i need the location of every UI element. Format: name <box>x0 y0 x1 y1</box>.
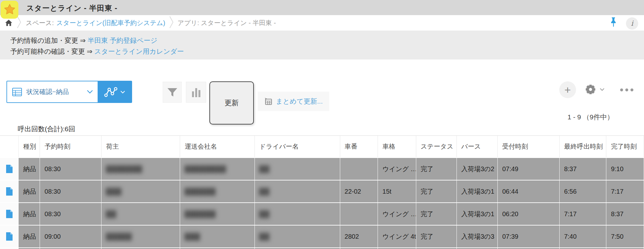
refresh-button[interactable]: 更新 <box>209 81 254 124</box>
cell-value: 09:00 <box>44 233 61 240</box>
table-row[interactable]: 納品 08:30 ███████ ████████ ██ ウイング … 完了 入… <box>0 158 644 180</box>
open-record-cell[interactable] <box>0 180 19 202</box>
cell-value: 9:10 <box>611 165 623 173</box>
column-header[interactable]: 車番 <box>340 136 378 157</box>
column-header[interactable]: 種別 <box>19 136 40 157</box>
open-record-cell[interactable] <box>0 226 19 247</box>
table-row[interactable]: 納品 08:30 ███ ██████ ██ 22-02 15t 完了 入荷場3… <box>0 180 644 202</box>
cell-value: ███████ <box>106 165 142 173</box>
filter-button[interactable] <box>163 82 182 103</box>
app-star-icon <box>1 1 18 19</box>
cell-truck-no: 2802 <box>340 226 378 247</box>
cell-complete: 9:10 <box>606 158 644 180</box>
aggregate-button[interactable] <box>186 82 206 103</box>
home-icon[interactable] <box>5 19 13 27</box>
cell-time: 08:30 <box>40 203 101 225</box>
cell-last-call: 6:56 <box>560 180 607 202</box>
column-header[interactable]: 完了時刻 <box>606 136 644 157</box>
chevron-separator-icon <box>17 16 21 30</box>
column-header[interactable]: ステータス <box>416 136 457 157</box>
pushpin-icon[interactable] <box>610 17 617 30</box>
cell-truck-no: 22-02 <box>340 180 378 202</box>
cell-value: █████ <box>106 233 132 240</box>
cell-value: 07:39 <box>502 233 518 240</box>
notice-line-1: 予約情報の追加・変更 ⇒ 半田東 予約登録ページ <box>10 35 644 46</box>
cell-truck-no <box>340 203 378 225</box>
cell-value: ███ <box>106 188 122 195</box>
cell-value: ██ <box>259 188 270 195</box>
table-row[interactable]: 納品 09:00 █████ ███ ██ 2802 ウイング 4t 完了 入荷… <box>0 226 644 247</box>
cell-truck-class: ウイング … <box>378 203 416 225</box>
cell-driver: ██ <box>255 226 340 247</box>
cell-value: 納品 <box>23 210 36 218</box>
cell-last-call: 7:17 <box>560 203 607 225</box>
table-row[interactable]: 納品 08:30 ██ ██████ ██ ウイング … 完了 入荷場3の1 0… <box>0 203 644 225</box>
add-record-button[interactable]: + <box>559 81 576 98</box>
cell-value: ウイング 4t <box>382 232 416 241</box>
cell-value: 15t <box>382 188 391 195</box>
cell-value: ██████ <box>185 210 216 218</box>
cell-value: 7:50 <box>611 233 623 240</box>
column-header[interactable]: 荷主 <box>101 136 180 157</box>
column-header[interactable]: 受付時刻 <box>498 136 560 157</box>
cell-value: 完了 <box>421 187 434 196</box>
calendar-link[interactable]: スターとライン用カレンダー <box>94 48 184 55</box>
cell-kind: 納品 <box>19 203 40 225</box>
cell-value: 完了 <box>421 165 434 173</box>
bulk-update-link[interactable]: まとめて更新... <box>258 92 329 111</box>
notice-line2-label: 予約可能枠の確認・変更 ⇒ <box>10 48 92 55</box>
cell-berth: 入荷場3の3 <box>457 226 498 247</box>
settings-button[interactable] <box>585 84 605 95</box>
cell-value: 08:30 <box>44 210 61 218</box>
registration-page-link[interactable]: 半田東 予約登録ページ <box>88 37 158 44</box>
cell-value: 7:17 <box>611 188 623 195</box>
record-file-icon <box>6 187 13 196</box>
cell-value: 8:37 <box>564 165 577 173</box>
notice-panel: 予約情報の追加・変更 ⇒ 半田東 予約登録ページ 予約可能枠の確認・変更 ⇒ ス… <box>0 31 644 60</box>
cell-value: ウイング … <box>382 210 416 218</box>
cell-value: 08:30 <box>44 188 61 195</box>
space-link[interactable]: スターとライン(旧配車予約システム) <box>56 19 165 27</box>
cell-value: ████████ <box>185 165 226 173</box>
column-header[interactable]: バース <box>457 136 498 157</box>
open-record-cell[interactable] <box>0 158 19 180</box>
chevron-down-icon <box>120 90 125 94</box>
cell-value: 06:44 <box>502 188 518 195</box>
info-icon[interactable]: i <box>626 17 638 30</box>
bulk-update-label: まとめて更新... <box>276 97 322 106</box>
cell-complete: 7:50 <box>606 226 644 247</box>
record-file-icon <box>6 232 13 241</box>
cell-kind: 納品 <box>19 180 40 202</box>
cell-value: 納品 <box>23 187 36 196</box>
column-header[interactable]: 運送会社名 <box>180 136 255 157</box>
cell-carrier: ████████ <box>180 158 255 180</box>
cell-value: 入荷場3の1 <box>461 187 495 196</box>
cell-value: 6:56 <box>564 188 577 195</box>
view-dropdown[interactable]: 状況確認−納品 <box>7 81 98 102</box>
more-options-button[interactable] <box>620 88 633 91</box>
table-view-icon <box>12 88 22 96</box>
column-header[interactable]: 最終呼出時刻 <box>560 136 607 157</box>
cell-value: ██ <box>106 210 116 218</box>
cell-value: 完了 <box>421 232 434 241</box>
cell-status: 完了 <box>416 158 457 180</box>
cell-carrier: ███ <box>180 226 255 247</box>
graph-menu-button[interactable] <box>98 81 131 102</box>
record-file-icon <box>6 209 13 218</box>
cell-reception: 07:49 <box>498 158 560 180</box>
cell-value: 2802 <box>345 233 359 240</box>
open-record-cell[interactable] <box>0 203 19 225</box>
cell-driver: ██ <box>255 203 340 225</box>
line-graph-icon <box>104 87 118 97</box>
column-header[interactable]: 予約時刻 <box>40 136 101 157</box>
cell-time: 08:30 <box>40 158 101 180</box>
cell-value: 7:17 <box>564 210 577 218</box>
column-header[interactable]: ドライバー名 <box>255 136 340 157</box>
bulk-edit-icon <box>264 97 273 106</box>
cell-status: 完了 <box>416 226 457 247</box>
cell-value: 06:20 <box>502 210 518 218</box>
current-view-name: 状況確認−納品 <box>26 88 69 96</box>
column-header[interactable]: 車格 <box>378 136 416 157</box>
cell-carrier: ██████ <box>180 180 255 202</box>
table-header-row: 種別予約時刻荷主運送会社名ドライバー名車番車格ステータスバース受付時刻最終呼出時… <box>0 135 644 157</box>
